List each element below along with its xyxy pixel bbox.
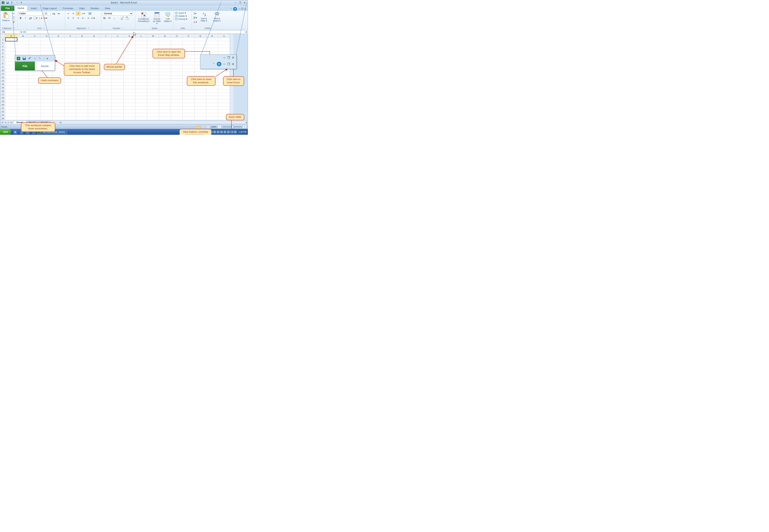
cell[interactable] xyxy=(64,51,76,55)
cell[interactable] xyxy=(76,51,88,55)
cell[interactable] xyxy=(5,103,17,106)
cell[interactable] xyxy=(41,51,53,55)
cell[interactable] xyxy=(124,113,135,117)
cell[interactable] xyxy=(218,51,230,55)
cell[interactable] xyxy=(147,62,159,65)
cell[interactable] xyxy=(194,103,206,106)
cell[interactable] xyxy=(135,65,147,69)
cell[interactable] xyxy=(171,45,183,48)
cell[interactable] xyxy=(88,89,100,93)
cell[interactable] xyxy=(194,45,206,48)
conditional-formatting-button[interactable]: Conditional Formatting ▾ xyxy=(137,12,150,23)
cell[interactable] xyxy=(41,117,53,120)
tray-icon[interactable] xyxy=(213,131,216,133)
cell[interactable] xyxy=(29,93,41,96)
cell[interactable] xyxy=(112,117,124,120)
cell[interactable] xyxy=(100,117,112,120)
cell[interactable] xyxy=(171,41,183,45)
cut-icon[interactable]: ✂ xyxy=(12,12,16,15)
cell[interactable] xyxy=(183,93,194,96)
cell[interactable] xyxy=(124,89,135,93)
cell[interactable] xyxy=(64,117,76,120)
row-header[interactable]: 18 xyxy=(0,96,5,99)
decrease-decimal-icon[interactable]: .00→.0 xyxy=(125,16,129,20)
cell[interactable] xyxy=(147,113,159,117)
cell[interactable] xyxy=(100,75,112,79)
cell[interactable] xyxy=(171,106,183,110)
cell[interactable] xyxy=(29,72,41,75)
cell[interactable] xyxy=(5,72,17,75)
cell[interactable] xyxy=(88,75,100,79)
cell[interactable] xyxy=(147,82,159,86)
cell[interactable] xyxy=(53,96,64,99)
cell[interactable] xyxy=(206,41,218,45)
cell[interactable] xyxy=(194,106,206,110)
cell[interactable] xyxy=(159,79,171,82)
cell[interactable] xyxy=(100,93,112,96)
cell[interactable] xyxy=(124,38,135,41)
cell[interactable] xyxy=(17,113,29,117)
cell[interactable] xyxy=(135,41,147,45)
cell[interactable] xyxy=(100,106,112,110)
cell[interactable] xyxy=(5,45,17,48)
select-all-corner[interactable] xyxy=(0,34,5,38)
cell[interactable] xyxy=(159,117,171,120)
cell[interactable] xyxy=(112,38,124,41)
cell[interactable] xyxy=(183,38,194,41)
cell[interactable] xyxy=(183,96,194,99)
cell[interactable] xyxy=(218,41,230,45)
cell[interactable] xyxy=(5,99,17,103)
cell[interactable] xyxy=(171,75,183,79)
column-header[interactable]: B xyxy=(17,34,29,38)
cell[interactable] xyxy=(76,45,88,48)
cell[interactable] xyxy=(88,51,100,55)
tray-icon[interactable] xyxy=(217,131,219,133)
sheet-nav-next-icon[interactable]: ▸ xyxy=(7,121,10,124)
cell[interactable] xyxy=(159,110,171,113)
sort-filter-button[interactable]: AZ Sort & Filter ▾ xyxy=(198,12,209,22)
tray-icon[interactable] xyxy=(230,131,233,133)
cell[interactable] xyxy=(171,96,183,99)
cell[interactable] xyxy=(76,93,88,96)
comma-format-icon[interactable]: , xyxy=(112,16,116,20)
cell[interactable] xyxy=(124,48,135,51)
cell[interactable] xyxy=(147,58,159,62)
cell[interactable] xyxy=(88,113,100,117)
cell[interactable] xyxy=(183,86,194,89)
cell[interactable] xyxy=(64,48,76,51)
undo-icon[interactable] xyxy=(10,1,14,4)
cell[interactable] xyxy=(29,86,41,89)
cell[interactable] xyxy=(218,38,230,41)
row-header[interactable]: 6 xyxy=(0,55,5,58)
cell[interactable] xyxy=(53,103,64,106)
cell[interactable] xyxy=(124,110,135,113)
cell[interactable] xyxy=(17,48,29,51)
row-header[interactable]: 24 xyxy=(0,117,5,120)
cell[interactable] xyxy=(17,51,29,55)
column-header[interactable]: F xyxy=(64,34,76,38)
cell[interactable] xyxy=(159,93,171,96)
cell[interactable] xyxy=(53,48,64,51)
cell[interactable] xyxy=(206,69,218,72)
cell[interactable] xyxy=(112,41,124,45)
cell[interactable] xyxy=(124,75,135,79)
cell[interactable] xyxy=(218,106,230,110)
cell[interactable] xyxy=(183,58,194,62)
cell[interactable] xyxy=(17,79,29,82)
cell[interactable] xyxy=(64,103,76,106)
row-header[interactable]: 7 xyxy=(0,58,5,62)
cell[interactable] xyxy=(88,86,100,89)
autosum-icon[interactable]: Σ▾ xyxy=(193,12,197,15)
cell[interactable] xyxy=(100,55,112,58)
cell[interactable] xyxy=(183,45,194,48)
cell[interactable] xyxy=(112,106,124,110)
column-header[interactable]: A xyxy=(5,34,17,38)
save-icon[interactable] xyxy=(6,1,9,4)
cell[interactable] xyxy=(183,113,194,117)
cell[interactable] xyxy=(88,55,100,58)
cell[interactable] xyxy=(124,62,135,65)
cell[interactable] xyxy=(112,75,124,79)
column-header[interactable]: R xyxy=(206,34,218,38)
row-header[interactable]: 22 xyxy=(0,110,5,113)
cell[interactable] xyxy=(135,86,147,89)
